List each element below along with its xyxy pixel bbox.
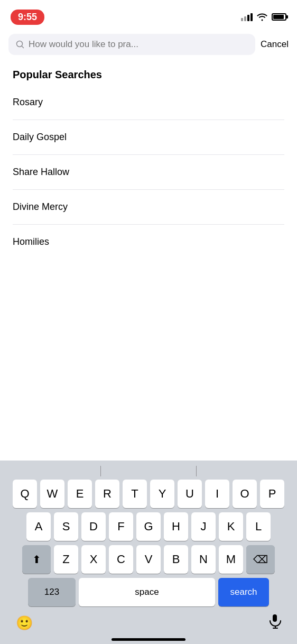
- key-A[interactable]: A: [26, 512, 51, 541]
- popular-searches-section: Popular Searches Rosary Daily Gospel Sha…: [0, 60, 297, 259]
- key-T[interactable]: T: [123, 480, 147, 508]
- search-item-daily-gospel[interactable]: Daily Gospel: [13, 120, 284, 155]
- key-R[interactable]: R: [95, 480, 119, 508]
- backspace-key[interactable]: ⌫: [246, 545, 275, 574]
- key-Z[interactable]: Z: [54, 545, 78, 574]
- key-G[interactable]: G: [136, 512, 161, 541]
- key-O[interactable]: O: [233, 480, 257, 508]
- key-M[interactable]: M: [219, 545, 243, 574]
- popular-searches-title: Popular Searches: [13, 69, 284, 81]
- keyboard-bottom-row: 123 space search: [0, 578, 297, 606]
- key-D[interactable]: D: [81, 512, 106, 541]
- key-Q[interactable]: Q: [13, 480, 37, 508]
- key-K[interactable]: K: [219, 512, 243, 541]
- key-U[interactable]: U: [178, 480, 202, 508]
- search-item-rosary[interactable]: Rosary: [13, 85, 284, 120]
- search-item-homilies[interactable]: Homilies: [13, 225, 284, 259]
- status-icons: [241, 13, 286, 21]
- status-time: 9:55: [11, 10, 44, 25]
- cursor-right: [196, 466, 197, 476]
- home-indicator: [0, 636, 297, 644]
- key-Y[interactable]: Y: [150, 480, 174, 508]
- signal-icon: [241, 13, 253, 21]
- key-space[interactable]: space: [79, 578, 215, 606]
- key-L[interactable]: L: [246, 512, 271, 541]
- key-search[interactable]: search: [218, 578, 269, 606]
- keyboard-row-1: Q W E R T Y U I O P: [0, 480, 297, 508]
- key-H[interactable]: H: [164, 512, 188, 541]
- backspace-icon: ⌫: [253, 553, 268, 566]
- popular-searches-list: Rosary Daily Gospel Share Hallow Divine …: [13, 85, 284, 259]
- keyboard-row-3: ⬆ Z X C V B N M ⌫: [0, 545, 297, 574]
- key-W[interactable]: W: [40, 480, 64, 508]
- shift-key[interactable]: ⬆: [22, 545, 51, 574]
- key-V[interactable]: V: [136, 545, 161, 574]
- svg-rect-1: [273, 614, 277, 622]
- status-bar: 9:55: [0, 0, 297, 29]
- key-P[interactable]: P: [260, 480, 284, 508]
- search-input[interactable]: [29, 39, 248, 50]
- key-J[interactable]: J: [191, 512, 216, 541]
- key-S[interactable]: S: [54, 512, 78, 541]
- key-B[interactable]: B: [164, 545, 188, 574]
- home-bar: [112, 638, 185, 641]
- search-input-wrapper[interactable]: [8, 34, 255, 55]
- emoji-row: 🙂: [0, 610, 297, 636]
- key-E[interactable]: E: [68, 480, 92, 508]
- key-I[interactable]: I: [205, 480, 229, 508]
- keyboard-row-2: A S D F G H J K L: [0, 512, 297, 541]
- key-C[interactable]: C: [109, 545, 133, 574]
- battery-icon: [272, 13, 286, 21]
- search-icon: [16, 40, 24, 49]
- search-item-divine-mercy[interactable]: Divine Mercy: [13, 190, 284, 225]
- emoji-key[interactable]: 🙂: [16, 615, 33, 631]
- keyboard: Q W E R T Y U I O P A S D F G H J K L ⬆ …: [0, 461, 297, 644]
- search-item-share-hallow[interactable]: Share Hallow: [13, 155, 284, 190]
- key-123[interactable]: 123: [28, 578, 76, 606]
- mic-key[interactable]: [268, 614, 281, 632]
- wifi-icon: [257, 13, 267, 21]
- cancel-button[interactable]: Cancel: [261, 37, 289, 52]
- cursor-area: [0, 466, 297, 476]
- cursor-left: [100, 466, 101, 476]
- shift-icon: ⬆: [32, 553, 41, 566]
- key-F[interactable]: F: [109, 512, 133, 541]
- search-bar-container: Cancel: [0, 29, 297, 60]
- key-X[interactable]: X: [81, 545, 106, 574]
- key-N[interactable]: N: [191, 545, 216, 574]
